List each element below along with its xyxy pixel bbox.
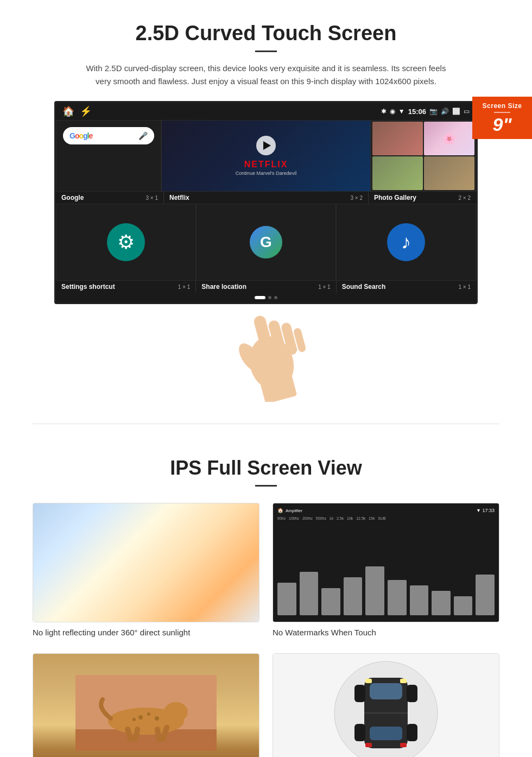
svg-point-16 xyxy=(147,712,150,716)
google-mic-icon[interactable]: 🎤 xyxy=(138,131,148,140)
svg-rect-31 xyxy=(400,743,407,747)
netflix-widget-content: NETFLIX Continue Marvel's Daredevil xyxy=(162,121,370,191)
dot-3 xyxy=(274,296,277,299)
svg-rect-29 xyxy=(400,679,407,683)
home-icon[interactable]: 🏠 xyxy=(62,105,74,117)
feature-cheetah: Super Fast Response xyxy=(33,653,259,757)
sound-label-cell: Sound Search 1 × 1 xyxy=(337,281,476,293)
amp-wifi-icon: ▼ 17:33 xyxy=(476,508,495,513)
netflix-brand-label: NETFLIX xyxy=(244,160,288,169)
svg-rect-25 xyxy=(354,724,365,741)
section1-divider xyxy=(255,51,277,52)
android-screen: 🏠 ⚡ ✱ ◉ ▼ 15:06 📷 🔊 ⬜ ▭ xyxy=(54,101,478,304)
sunlight-label: No light reflecting under 360° direct su… xyxy=(33,628,259,637)
netflix-label-cell: Netflix 3 × 2 xyxy=(164,192,369,204)
bottom-labels-row: Settings shortcut 1 × 1 Share location 1… xyxy=(56,281,476,293)
play-triangle-icon xyxy=(263,141,271,150)
netflix-widget[interactable]: NETFLIX Continue Marvel's Daredevil xyxy=(161,120,371,192)
photo-label: Photo Gallery xyxy=(374,194,416,201)
svg-rect-26 xyxy=(407,724,417,741)
google-label-cell: Google 3 × 1 xyxy=(56,192,164,204)
google-size: 3 × 1 xyxy=(145,195,158,201)
settings-label-cell: Settings shortcut 1 × 1 xyxy=(56,281,196,293)
bluetooth-icon: ✱ xyxy=(381,108,387,115)
wifi-icon: ▼ xyxy=(398,108,405,115)
share-location-widget[interactable]: G xyxy=(196,204,336,281)
section-separator xyxy=(33,424,499,424)
netflix-subtitle-label: Continue Marvel's Daredevil xyxy=(236,171,296,176)
volume-icon: 🔊 xyxy=(441,108,449,115)
status-left-icons: 🏠 ⚡ xyxy=(62,105,92,117)
netflix-play-button[interactable] xyxy=(256,136,276,155)
svg-rect-5 xyxy=(293,327,307,353)
svg-point-1 xyxy=(235,339,267,375)
sound-widget-content: ♪ xyxy=(337,204,476,280)
photo-cell-1 xyxy=(372,122,423,155)
eq-bar-15k xyxy=(454,596,473,615)
settings-widget-content: ⚙ xyxy=(56,204,195,280)
amp-title: Amplifier xyxy=(286,508,302,513)
badge-divider xyxy=(494,112,510,113)
amp-home-icon: 🏠 xyxy=(277,508,283,513)
section2-title: IPS Full Screen View xyxy=(33,457,499,480)
share-g-icon: G xyxy=(250,226,282,258)
eq-bar-fill xyxy=(300,572,319,615)
sound-search-widget[interactable]: ♪ xyxy=(336,204,476,281)
screen-size-label: Screen Size xyxy=(477,102,528,110)
photo-gallery-widget[interactable]: 🌸 xyxy=(371,120,476,192)
eq-bar-200 xyxy=(321,588,340,615)
svg-rect-6 xyxy=(259,369,297,402)
cheetah-image xyxy=(33,654,259,757)
photo-size: 2 × 2 xyxy=(458,195,471,201)
sound-icon-background: ♪ xyxy=(387,223,425,261)
settings-widget[interactable]: ⚙ xyxy=(56,204,196,281)
camera-icon: 📷 xyxy=(429,108,438,115)
widget-bottom-row: ⚙ G ♪ xyxy=(56,204,476,281)
amplifier-image-box: 🏠 Amplifier ▼ 17:33 60hz 100hz 200hz 500… xyxy=(273,503,499,622)
status-bar: 🏠 ⚡ ✱ ◉ ▼ 15:06 📷 🔊 ⬜ ▭ xyxy=(56,103,476,120)
dot-2 xyxy=(268,296,271,299)
section2-divider xyxy=(255,485,277,487)
amp-eq-labels: 60hz 100hz 200hz 500hz 1k 2.5k 10k 12.5k… xyxy=(277,516,495,520)
google-widget[interactable]: Google 🎤 xyxy=(56,120,161,192)
svg-rect-4 xyxy=(280,321,298,356)
settings-label: Settings shortcut xyxy=(61,283,115,291)
eq-bar-10k xyxy=(410,585,429,615)
car-top-view-svg xyxy=(326,659,446,757)
status-time: 15:06 xyxy=(408,108,426,116)
netflix-background xyxy=(162,121,370,191)
google-logo: Google xyxy=(69,131,92,140)
amplifier-image: 🏠 Amplifier ▼ 17:33 60hz 100hz 200hz 500… xyxy=(273,503,499,622)
eq-bar-fill xyxy=(321,588,340,615)
svg-point-10 xyxy=(164,702,188,722)
sound-label: Sound Search xyxy=(342,283,386,291)
photo-gallery-content: 🌸 xyxy=(371,121,476,191)
svg-rect-24 xyxy=(407,685,417,702)
sunlight-image-box xyxy=(33,503,259,622)
share-label-cell: Share location 1 × 1 xyxy=(196,281,336,293)
eq-bar-fill xyxy=(388,580,407,615)
eq-bar-2_5k xyxy=(388,580,407,615)
sound-size: 1 × 1 xyxy=(458,284,471,290)
eq-bar-1k xyxy=(365,566,384,615)
svg-rect-2 xyxy=(252,314,275,359)
svg-rect-21 xyxy=(370,683,402,699)
location-icon: ◉ xyxy=(390,108,395,115)
cheetah-svg xyxy=(75,675,217,751)
feature-sunlight: No light reflecting under 360° direct su… xyxy=(33,503,259,637)
feature-grid: No light reflecting under 360° direct su… xyxy=(33,503,499,757)
google-search-bar[interactable]: Google 🎤 xyxy=(63,127,154,144)
section1-description: With 2.5D curved-display screen, this de… xyxy=(81,62,451,88)
svg-point-17 xyxy=(155,716,159,721)
eq-bar-12_5k xyxy=(432,591,451,615)
share-widget-content: G xyxy=(197,204,335,280)
pagination-dots xyxy=(56,293,476,302)
music-note-icon: ♪ xyxy=(401,231,411,254)
usb-icon: ⚡ xyxy=(80,105,92,117)
screen-mockup-wrapper: 🏠 ⚡ ✱ ◉ ▼ 15:06 📷 🔊 ⬜ ▭ xyxy=(33,101,499,304)
eq-bar-fill xyxy=(454,596,473,615)
section1-title: 2.5D Curved Touch Screen xyxy=(33,22,499,45)
svg-rect-22 xyxy=(370,727,402,740)
eq-bar-fill xyxy=(277,583,296,615)
eq-bar-sub xyxy=(476,575,495,615)
